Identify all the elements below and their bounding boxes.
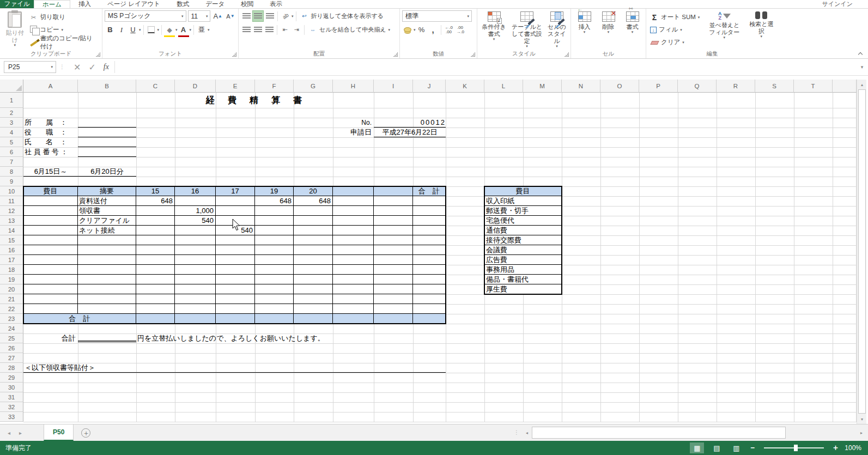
cell-I18[interactable] <box>374 265 413 275</box>
cell-F17[interactable] <box>255 255 294 265</box>
cell-E15[interactable] <box>216 235 255 245</box>
cell-J17[interactable] <box>413 255 446 265</box>
cell-B16[interactable] <box>78 245 136 255</box>
cell-E16[interactable] <box>216 245 255 255</box>
cell-I16[interactable] <box>374 245 413 255</box>
cell-B13[interactable]: クリアファイル <box>78 216 136 226</box>
cell-F13[interactable] <box>255 216 294 226</box>
row-header-14[interactable]: 14 <box>0 226 23 235</box>
cell-J18[interactable] <box>413 265 446 275</box>
cell-A18[interactable] <box>23 265 78 275</box>
row-header-6[interactable]: 6 <box>0 147 23 157</box>
cell-D17[interactable] <box>175 255 216 265</box>
normal-view-icon[interactable]: ▦ <box>690 442 704 453</box>
cell-F14[interactable] <box>255 226 294 235</box>
cell-J21[interactable] <box>413 294 446 304</box>
row-header-23[interactable]: 23 <box>0 314 23 324</box>
cell-G15[interactable] <box>294 235 333 245</box>
cell-I20[interactable] <box>374 284 413 294</box>
cell-I14[interactable] <box>374 226 413 235</box>
cell-C23[interactable] <box>136 314 175 324</box>
cell-G12[interactable] <box>294 206 333 216</box>
cell-J23[interactable] <box>413 314 446 324</box>
cell-F10[interactable]: 19 <box>255 186 294 196</box>
category-item-4[interactable]: 通信費 <box>484 226 562 235</box>
cell-E20[interactable] <box>216 284 255 294</box>
cell-A22[interactable] <box>23 304 78 314</box>
cell-G23[interactable] <box>294 314 333 324</box>
column-header-R[interactable]: R <box>717 80 755 93</box>
cell-A14[interactable] <box>23 226 78 235</box>
cell-A13[interactable] <box>23 216 78 226</box>
cell-A21[interactable] <box>23 294 78 304</box>
cell-D12[interactable]: 1,000 <box>175 206 216 216</box>
cell-F20[interactable] <box>255 284 294 294</box>
column-header-P[interactable]: P <box>639 80 678 93</box>
cell-F15[interactable] <box>255 235 294 245</box>
cell-I11[interactable] <box>374 196 413 206</box>
zoom-slider-thumb[interactable] <box>794 445 798 451</box>
cell-C11[interactable]: 648 <box>136 196 175 206</box>
cell-F23[interactable] <box>255 314 294 324</box>
cell-I19[interactable] <box>374 275 413 284</box>
row-header-11[interactable]: 11 <box>0 196 23 206</box>
cell-J11[interactable] <box>413 196 446 206</box>
category-header[interactable]: 費目 <box>484 186 562 196</box>
column-header-T[interactable]: T <box>794 80 833 93</box>
row-header-26[interactable]: 26 <box>0 343 23 353</box>
cell-B21[interactable] <box>78 294 136 304</box>
cell-D13[interactable]: 540 <box>175 216 216 226</box>
cell-A11[interactable] <box>23 196 78 206</box>
cell-C17[interactable] <box>136 255 175 265</box>
cell-E11[interactable] <box>216 196 255 206</box>
cell-H23[interactable] <box>333 314 374 324</box>
cell-I12[interactable] <box>374 206 413 216</box>
date-value[interactable]: 平成27年6月22日 <box>374 128 446 137</box>
cell-E23[interactable] <box>216 314 255 324</box>
column-header-D[interactable]: D <box>175 80 216 93</box>
cell-C13[interactable] <box>136 216 175 226</box>
row-header-24[interactable]: 24 <box>0 324 23 333</box>
row-header-10[interactable]: 10 <box>0 186 23 196</box>
cell-C16[interactable] <box>136 245 175 255</box>
cell-B10[interactable]: 摘要 <box>78 186 136 196</box>
cell-H22[interactable] <box>333 304 374 314</box>
cell-J13[interactable] <box>413 216 446 226</box>
cell-C20[interactable] <box>136 284 175 294</box>
cell-G17[interactable] <box>294 255 333 265</box>
category-item-2[interactable]: 郵送費・切手 <box>484 206 562 216</box>
cell-I17[interactable] <box>374 255 413 265</box>
cell-H20[interactable] <box>333 284 374 294</box>
cell-E19[interactable] <box>216 275 255 284</box>
cell-I21[interactable] <box>374 294 413 304</box>
row-header-8[interactable]: 8 <box>0 167 23 177</box>
cell-J14[interactable] <box>413 226 446 235</box>
cell-H10[interactable] <box>333 186 374 196</box>
info-blank-row4[interactable] <box>78 128 136 137</box>
cell-C18[interactable] <box>136 265 175 275</box>
cell-J19[interactable] <box>413 275 446 284</box>
row-header-19[interactable]: 19 <box>0 275 23 284</box>
cell-C19[interactable] <box>136 275 175 284</box>
cell-G21[interactable] <box>294 294 333 304</box>
cell-C15[interactable] <box>136 235 175 245</box>
category-item-8[interactable]: 事務用品 <box>484 265 562 275</box>
row-header-21[interactable]: 21 <box>0 294 23 304</box>
info-blank-row5[interactable] <box>78 137 136 147</box>
cell-A15[interactable] <box>23 235 78 245</box>
row-header-18[interactable]: 18 <box>0 265 23 275</box>
zoom-out-icon[interactable]: － <box>749 443 756 453</box>
row-header-2[interactable]: 2 <box>0 108 23 118</box>
cell-F21[interactable] <box>255 294 294 304</box>
category-item-7[interactable]: 広告費 <box>484 255 562 265</box>
cell-I13[interactable] <box>374 216 413 226</box>
cell-I10[interactable] <box>374 186 413 196</box>
cell-B12[interactable]: 領収書 <box>78 206 136 216</box>
cell-E21[interactable] <box>216 294 255 304</box>
row-header-1[interactable]: 1 <box>0 93 23 108</box>
category-item-10[interactable]: 厚生費 <box>484 284 562 294</box>
cell-total-label[interactable]: 合 計 <box>23 314 136 324</box>
cell-A17[interactable] <box>23 255 78 265</box>
cell-C14[interactable] <box>136 226 175 235</box>
column-header-N[interactable]: N <box>562 80 600 93</box>
